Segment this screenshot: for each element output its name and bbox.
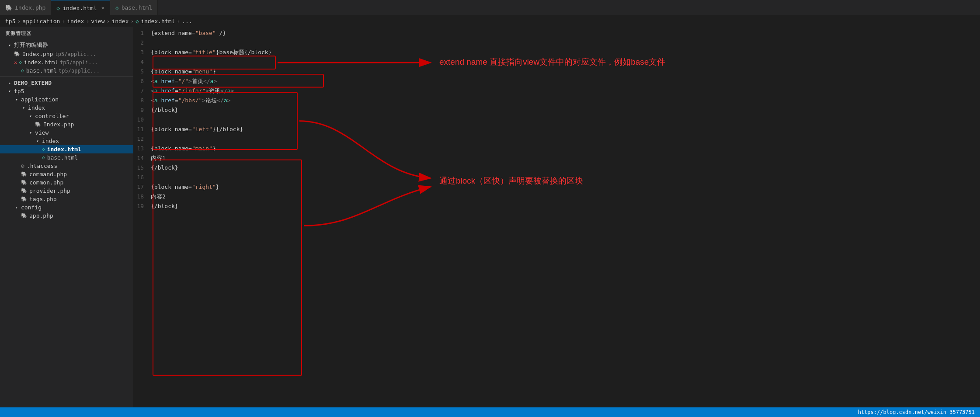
code-line-1: 1 {extend name="base" /}: [133, 28, 439, 38]
sidebar-tags-php[interactable]: 🐘 tags.php: [0, 195, 133, 203]
sidebar-header: 资源管理器: [0, 27, 133, 40]
code-line-19: 19 {/block}: [133, 202, 439, 211]
code-line-3: 3 {block name="title"}base标题{/block}: [133, 48, 439, 57]
view-index-label: index: [42, 138, 59, 144]
index-php-label: Index.php: [43, 121, 74, 128]
sidebar-provider-php[interactable]: 🐘 provider.php: [0, 187, 133, 195]
sidebar-open-editors[interactable]: 打开的编辑器: [0, 40, 133, 50]
open-editors-arrow: [7, 43, 12, 48]
breadcrumb-sep6: ›: [177, 18, 180, 24]
php-icon: 🐘: [21, 180, 27, 185]
code-line-11: 11 {block name="left"}{/block}: [133, 125, 439, 134]
code-line-15: 15 {/block}: [133, 163, 439, 173]
sidebar-index-html[interactable]: ◇ index.html: [0, 145, 133, 153]
code-line-6: 6 <a href="/">首页</a>: [133, 76, 439, 86]
editor-area: 1 {extend name="base" /} 2 3 {block name…: [133, 27, 980, 407]
sidebar-editor-base-html[interactable]: ◇ base.html tp5/applic...: [0, 66, 133, 75]
php-file-icon: 🐘: [14, 51, 20, 57]
html-icon: ◇: [56, 5, 60, 11]
breadcrumb-application: application: [22, 18, 60, 24]
config-arrow: [14, 205, 19, 210]
htaccess-label: .htaccess: [27, 163, 57, 169]
code-line-13: 13 {block name="main"}: [133, 144, 439, 153]
controller-label: controller: [35, 113, 69, 119]
sidebar-base-html[interactable]: ◇ base.html: [0, 153, 133, 162]
breadcrumb-sep1: ›: [17, 18, 21, 24]
code-line-9: 9 {/block}: [133, 105, 439, 115]
status-bar-url: https://blog.csdn.net/weixin_35773751: [858, 409, 975, 415]
tab-close-button[interactable]: ✕: [101, 5, 104, 11]
breadcrumb-view: view: [91, 18, 104, 24]
php-icon: 🐘: [21, 171, 27, 177]
sidebar-index[interactable]: index: [0, 104, 133, 112]
file-label-secondary: tp5/appli...: [60, 59, 98, 66]
html-file-icon: ◇: [19, 59, 22, 65]
sidebar-editor-index-php[interactable]: 🐘 Index.php tp5/applic...: [0, 50, 133, 58]
tab-label: base.html: [122, 4, 152, 11]
sidebar: 资源管理器 打开的编辑器 🐘 Index.php tp5/applic... ✕…: [0, 27, 133, 407]
sidebar-app-php[interactable]: 🐘 app.php: [0, 212, 133, 220]
html-icon: ◇: [42, 146, 45, 152]
status-bar: https://blog.csdn.net/weixin_35773751: [0, 407, 980, 417]
config-label: config: [21, 204, 42, 211]
tp5-label: tp5: [14, 88, 24, 94]
annotation-text-1: extend name 直接指向view文件中的对应文件，例如base文件: [439, 56, 665, 68]
base-html-label: base.html: [47, 154, 78, 161]
sidebar-config[interactable]: config: [0, 203, 133, 212]
file-label-secondary: tp5/applic...: [59, 68, 100, 74]
sidebar-index-php[interactable]: 🐘 Index.php: [0, 120, 133, 129]
sidebar-htaccess[interactable]: ⚙ .htaccess: [0, 162, 133, 170]
sidebar-editor-index-html[interactable]: ✕ ◇ index.html tp5/appli...: [0, 58, 133, 66]
code-line-8: 8 <a href="/bbs/">论坛</a>: [133, 96, 439, 105]
sidebar-view[interactable]: view: [0, 129, 133, 137]
demo-extend-arrow: [7, 80, 12, 85]
file-label: base.html: [26, 67, 57, 74]
sidebar-controller[interactable]: controller: [0, 112, 133, 120]
breadcrumb-sep5: ›: [130, 18, 134, 24]
code-line-2: 2: [133, 38, 439, 48]
breadcrumb-sep2: ›: [62, 18, 65, 24]
tp5-arrow: [7, 89, 12, 94]
php-icon: 🐘: [35, 122, 41, 127]
command-php-label: command.php: [29, 171, 67, 177]
html-icon: ◇: [42, 155, 45, 160]
breadcrumb-ellipsis: ...: [182, 18, 192, 24]
view-arrow: [28, 130, 33, 135]
sidebar-demo-extend[interactable]: DEMO_EXTEND: [0, 79, 133, 87]
code-line-7: 7 <a href="/info/">资讯</a>: [133, 86, 439, 96]
index-arrow: [21, 105, 26, 110]
code-line-17: 17 {block name="right"}: [133, 182, 439, 192]
html-icon: ◇: [115, 4, 119, 11]
close-icon[interactable]: ✕: [14, 59, 17, 66]
sidebar-common-php[interactable]: 🐘 common.php: [0, 178, 133, 187]
index-label: index: [28, 104, 45, 111]
breadcrumb-icon: ◇: [136, 18, 139, 24]
html-file-icon: ◇: [21, 68, 24, 73]
php-icon: 🐘: [21, 213, 27, 219]
application-label: application: [21, 96, 59, 103]
index-html-label: index.html: [47, 146, 81, 153]
annotation-text-2: 通过block（区快）声明要被替换的区块: [439, 175, 583, 187]
tab-index-php[interactable]: 🐘 Index.php: [0, 0, 51, 15]
file-label: Index.php: [22, 51, 53, 57]
code-panel: 1 {extend name="base" /} 2 3 {block name…: [133, 27, 439, 407]
sidebar-application[interactable]: application: [0, 95, 133, 104]
code-line-14: 14 内容1: [133, 153, 439, 163]
common-php-label: common.php: [29, 179, 63, 186]
sidebar-tp5[interactable]: tp5: [0, 87, 133, 95]
sidebar-view-index[interactable]: index: [0, 137, 133, 145]
main-layout: 资源管理器 打开的编辑器 🐘 Index.php tp5/applic... ✕…: [0, 27, 980, 407]
tab-base-html[interactable]: ◇ base.html: [110, 0, 158, 15]
sidebar-command-php[interactable]: 🐘 command.php: [0, 170, 133, 178]
php-icon: 🐘: [21, 196, 27, 202]
tags-php-label: tags.php: [29, 196, 57, 202]
tab-label: index.html: [63, 5, 97, 11]
file-label-secondary: tp5/applic...: [55, 51, 96, 57]
php-icon: 🐘: [21, 188, 27, 194]
tab-label: Index.php: [15, 4, 45, 11]
php-icon: 🐘: [5, 4, 12, 11]
view-label: view: [35, 129, 49, 136]
tab-index-html[interactable]: ◇ index.html ✕: [51, 0, 110, 15]
breadcrumb-index: index: [67, 18, 84, 24]
controller-arrow: [28, 114, 33, 118]
